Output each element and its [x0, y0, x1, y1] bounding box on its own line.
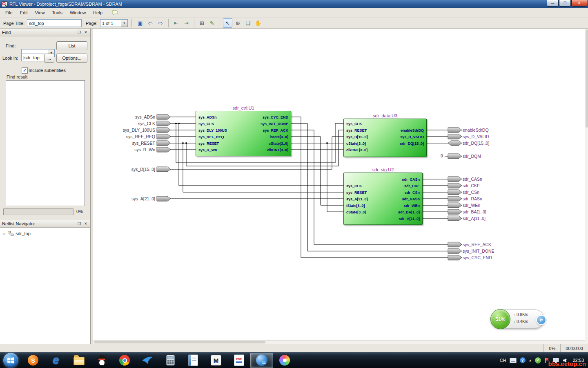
- pin-label: sdr_RASn: [463, 196, 482, 201]
- input-pin[interactable]: [157, 134, 171, 139]
- page-label: Page:: [86, 21, 98, 26]
- traffic-monitor-icon[interactable]: ⇄: [536, 315, 546, 325]
- expander-icon[interactable]: ▷: [3, 232, 6, 236]
- output-pin[interactable]: [448, 154, 462, 159]
- output-pin[interactable]: [448, 203, 462, 208]
- taskbar-markdown-icon[interactable]: M: [205, 353, 227, 368]
- close-icon[interactable]: ✕: [83, 221, 88, 226]
- browse-button[interactable]: ...: [44, 54, 54, 63]
- highlight-tool-button[interactable]: ✎: [207, 18, 217, 28]
- zoom-tool-button[interactable]: ⊕: [233, 18, 243, 28]
- options-button[interactable]: Options...: [56, 54, 87, 63]
- hierarchy-list-button[interactable]: ⊞: [197, 18, 207, 28]
- tree-item-label: sdr_top: [16, 231, 31, 236]
- menu-view[interactable]: View: [31, 9, 49, 16]
- back-button[interactable]: ⇦: [146, 18, 155, 28]
- output-pin[interactable]: [448, 134, 462, 139]
- menu-window[interactable]: Window: [66, 9, 89, 16]
- traffic-monitor-widget[interactable]: 51% ↑ 0.8K/s ↓ 0.4K/s ⇄: [491, 310, 544, 328]
- input-pin[interactable]: [157, 167, 171, 172]
- output-pin[interactable]: [448, 242, 462, 247]
- block-output-port: enableSdrDQ: [401, 128, 424, 132]
- taskbar-calculator-icon[interactable]: [159, 353, 182, 368]
- previous-view-button[interactable]: ⇤: [172, 18, 181, 28]
- tray-expand-icon[interactable]: ▲: [529, 359, 532, 362]
- taskbar-chrome-icon[interactable]: [113, 353, 136, 368]
- find-panel-title: Find: [2, 30, 11, 35]
- input-pin[interactable]: [157, 121, 171, 126]
- block-title: sdr_ctrl:U1: [196, 105, 291, 110]
- close-button[interactable]: ✕: [571, 0, 587, 7]
- block-title: sdr_data:U3: [344, 113, 426, 118]
- output-pin[interactable]: [448, 249, 462, 254]
- output-pin[interactable]: [448, 196, 462, 201]
- rtl-block-sdr_sig-u2[interactable]: sdr_sig:U2sys_CLKsys_RESETsys_A[21..0]iS…: [343, 173, 423, 225]
- taskbar-journal-icon[interactable]: [182, 353, 205, 368]
- bidir-pin[interactable]: [448, 141, 462, 146]
- menu-edit[interactable]: Edit: [16, 9, 31, 16]
- restore-button[interactable]: ❐: [559, 0, 571, 7]
- pan-tool-button[interactable]: ✋: [254, 18, 263, 28]
- menu-file[interactable]: File: [2, 9, 16, 16]
- taskbar-media-icon[interactable]: [273, 353, 296, 368]
- taskbar-thunder-icon[interactable]: [136, 353, 159, 368]
- close-icon[interactable]: ✕: [83, 30, 88, 35]
- menu-tools[interactable]: Tools: [48, 9, 66, 16]
- language-indicator[interactable]: CH: [500, 358, 506, 363]
- netlist-panel-header[interactable]: Netlist Navigator ❐ ✕: [0, 220, 90, 228]
- keyboard-icon[interactable]: [510, 358, 517, 363]
- zoom-selection-button[interactable]: ❏: [243, 18, 253, 28]
- taskbar-sogou-icon[interactable]: S: [22, 353, 45, 368]
- refresh-page-button[interactable]: ▣: [136, 18, 145, 28]
- help-icon[interactable]: ?: [520, 357, 526, 363]
- list-button[interactable]: List: [56, 41, 87, 50]
- feedback-balloon-icon[interactable]: [112, 10, 118, 16]
- safety-shield-icon[interactable]: ✓: [535, 357, 541, 364]
- input-pin[interactable]: [157, 141, 171, 146]
- selection-tool-button[interactable]: ↖: [223, 18, 232, 28]
- block-output-port: sys_D_VALID: [400, 135, 424, 139]
- page-select[interactable]: 1 of 1 ▼: [100, 19, 128, 27]
- health-score-ball[interactable]: 51%: [490, 309, 510, 329]
- include-subentities-checkbox[interactable]: ✓: [22, 67, 28, 74]
- pin-label: sdr_CASn: [463, 177, 482, 182]
- schematic-canvas[interactable]: sys_ADSnsys_CLKsys_DLY_100USsys_REF_REQs…: [93, 29, 588, 344]
- output-pin[interactable]: [448, 183, 462, 188]
- output-pin[interactable]: [448, 209, 462, 214]
- next-view-button[interactable]: ⇥: [182, 18, 191, 28]
- float-panel-icon[interactable]: ❐: [77, 221, 82, 226]
- output-pin[interactable]: [448, 190, 462, 195]
- taskbar-quartus-icon[interactable]: 11: [250, 353, 273, 368]
- look-in-field[interactable]: |sdr_top: [21, 54, 44, 61]
- taskbar-pdf-icon[interactable]: PDF: [227, 353, 250, 368]
- rtl-block-sdr_data-u3[interactable]: sdr_data:U3sys_CLKsys_RESETsys_D[15..0]c…: [343, 119, 427, 157]
- chevron-down-icon[interactable]: ▼: [121, 20, 127, 27]
- input-pin[interactable]: [157, 114, 171, 119]
- taskbar-ie-icon[interactable]: e: [45, 353, 67, 368]
- pin-label: sys_DLY_100US: [93, 128, 155, 132]
- menu-help[interactable]: Help: [89, 9, 106, 16]
- taskbar-qq-icon[interactable]: [90, 353, 113, 368]
- page-title-field[interactable]: sdr_top: [27, 19, 82, 27]
- minimize-button[interactable]: —: [547, 0, 559, 7]
- rtl-block-sdr_ctrl-u1[interactable]: sdr_ctrl:U1sys_ADSnsys_CLKsys_DLY_100USs…: [196, 111, 291, 156]
- find-result-list[interactable]: [6, 80, 85, 206]
- input-pin[interactable]: [157, 196, 171, 201]
- status-time: 00:00:00: [560, 344, 588, 352]
- output-pin[interactable]: [448, 177, 462, 182]
- input-pin[interactable]: [157, 147, 171, 152]
- start-button[interactable]: [3, 353, 18, 368]
- output-pin[interactable]: [448, 216, 462, 221]
- input-pin[interactable]: [157, 128, 171, 132]
- output-pin[interactable]: [448, 255, 462, 260]
- taskbar-explorer-icon[interactable]: [67, 353, 90, 368]
- pin-label: enableSdrDQ: [463, 128, 489, 132]
- tree-item-sdr-top[interactable]: ▷ sdr_top: [0, 228, 90, 236]
- find-panel-header[interactable]: Find ❐ ✕: [0, 29, 90, 36]
- netlist-tree[interactable]: ▷ sdr_top: [0, 227, 90, 344]
- title-bar: RTL Viewer - D:/project_fpga/SDRAM/SDRAM…: [0, 0, 588, 8]
- float-panel-icon[interactable]: ❐: [77, 30, 82, 35]
- block-input-port: clkCNT[3..0]: [346, 148, 368, 152]
- forward-button[interactable]: ⇨: [156, 18, 165, 28]
- output-pin[interactable]: [448, 128, 462, 132]
